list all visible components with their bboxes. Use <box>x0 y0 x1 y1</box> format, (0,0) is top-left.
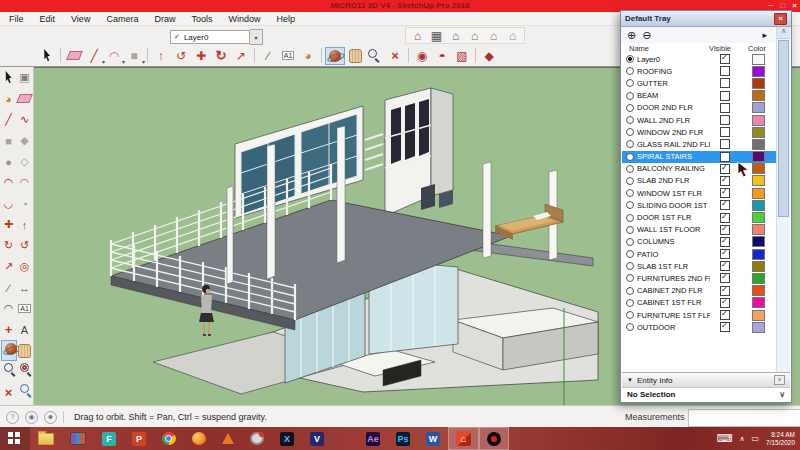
word-icon[interactable]: W <box>418 427 448 450</box>
layer-visible-checkbox[interactable] <box>720 225 730 235</box>
orbit-tool-icon[interactable] <box>1 340 17 361</box>
powerpoint-icon[interactable]: P <box>124 427 154 450</box>
layer-radio[interactable] <box>626 104 634 112</box>
layer-radio[interactable] <box>626 311 634 319</box>
layer-radio[interactable] <box>626 153 634 161</box>
layer-color-swatch[interactable] <box>752 261 765 272</box>
tray-close-icon[interactable]: × <box>774 13 787 25</box>
layer-visible-checkbox[interactable] <box>720 298 730 308</box>
WALL 1ST FLOOR[interactable]: WALL 1ST FLOOR <box>622 224 776 236</box>
tape-measure-icon[interactable]: ∕ <box>1 277 17 298</box>
extension-warehouse-icon[interactable]: ◆ <box>479 47 499 65</box>
layer-radio[interactable] <box>626 67 634 75</box>
menu-item[interactable]: File <box>9 14 24 24</box>
tray-scrollbar[interactable]: ∧ <box>776 27 790 372</box>
SPIRAL STAIRS[interactable]: SPIRAL STAIRS <box>622 151 776 163</box>
layer-radio[interactable] <box>626 189 634 197</box>
layer-color-swatch[interactable] <box>752 285 765 296</box>
3d-text-tool-icon[interactable]: A <box>17 319 33 340</box>
protractor-tool-icon[interactable]: ◠ <box>1 298 17 319</box>
text-tool-icon[interactable]: A1 <box>278 47 298 65</box>
layer-visible-checkbox[interactable] <box>720 115 730 125</box>
layer-visible-checkbox[interactable] <box>720 200 730 210</box>
layer-visible-checkbox[interactable] <box>720 152 730 162</box>
layer-visible-checkbox[interactable] <box>720 261 730 271</box>
layer-color-swatch[interactable] <box>752 212 765 223</box>
layer-color-swatch[interactable] <box>752 297 765 308</box>
layer-color-swatch[interactable] <box>752 224 765 235</box>
layer-radio[interactable] <box>626 128 634 136</box>
layer-radio[interactable] <box>626 214 634 222</box>
close-icon[interactable]: × <box>792 1 797 11</box>
tray-header[interactable]: Default Tray × <box>621 11 791 27</box>
axes-tool-icon[interactable]: + <box>1 319 17 340</box>
tape-measure-icon[interactable]: ∕ <box>258 47 278 65</box>
format-factory-icon[interactable]: F <box>94 427 124 450</box>
WALL 2ND FLR[interactable]: WALL 2ND FLR <box>622 114 776 126</box>
arc-tool-icon[interactable]: ◠ <box>104 47 124 65</box>
layer-color-swatch[interactable] <box>752 66 765 77</box>
add-location-icon[interactable]: ◉ <box>412 47 432 65</box>
make-component-icon[interactable]: ▣ <box>17 67 33 88</box>
layer-color-swatch[interactable] <box>752 151 765 162</box>
rotate-tool-icon[interactable]: ↻ <box>211 47 231 65</box>
layer-visible-checkbox[interactable] <box>720 127 730 137</box>
orbit-tool-icon[interactable] <box>325 47 345 65</box>
photoshop-icon[interactable]: Ps <box>388 427 418 450</box>
remove-layer-button[interactable]: ⊖ <box>642 29 651 42</box>
layer-radio[interactable] <box>626 201 634 209</box>
CABINET 1ST FLR[interactable]: CABINET 1ST FLR <box>622 297 776 309</box>
OUTDOOR[interactable]: OUTDOOR <box>622 321 776 333</box>
layer-radio[interactable] <box>626 250 634 258</box>
view-top-icon[interactable]: ▦ <box>427 28 446 43</box>
menu-item[interactable]: View <box>71 14 90 24</box>
layer-color-swatch[interactable] <box>752 90 765 101</box>
DOOR 2ND FLR[interactable]: DOOR 2ND FLR <box>622 102 776 114</box>
account-icon[interactable]: ☻ <box>44 411 57 424</box>
layer-color-swatch[interactable] <box>752 102 765 113</box>
eraser-tool-icon[interactable] <box>17 88 33 109</box>
layer-visible-checkbox[interactable] <box>720 286 730 296</box>
layer-radio[interactable] <box>626 262 634 270</box>
geolocation-icon[interactable]: ◉ <box>25 411 38 424</box>
start-button[interactable] <box>0 427 30 450</box>
rotate-tool-icon[interactable]: ↻ <box>1 235 17 256</box>
screen-recorder-icon[interactable] <box>479 427 509 450</box>
show-hidden-icons[interactable]: ∧ <box>739 435 744 443</box>
sketchup-icon[interactable]: ⌂ <box>448 427 479 450</box>
layer-color-swatch[interactable] <box>752 236 765 247</box>
layer-visible-checkbox[interactable] <box>720 164 730 174</box>
layer-radio[interactable] <box>626 55 634 63</box>
layer-color-swatch[interactable] <box>752 78 765 89</box>
Layer0[interactable]: Layer0 <box>622 53 776 65</box>
measurements-input[interactable] <box>688 409 800 427</box>
layer-radio[interactable] <box>626 274 634 282</box>
freehand-tool-icon[interactable]: ∿ <box>17 109 33 130</box>
entity-info-header[interactable]: ▼ Entity Info x <box>622 373 790 388</box>
winrar-icon[interactable] <box>62 427 94 450</box>
menu-item[interactable]: Help <box>276 14 295 24</box>
zoom-tool-icon[interactable] <box>1 361 17 382</box>
add-layer-button[interactable]: ⊕ <box>627 29 636 42</box>
zoom-tool-icon[interactable] <box>365 47 385 65</box>
layer-visible-checkbox[interactable] <box>720 139 730 149</box>
recorder-ring-icon[interactable] <box>242 427 272 450</box>
fl-studio-icon[interactable] <box>184 427 214 450</box>
layer-radio[interactable] <box>626 323 634 331</box>
network-icon[interactable]: ▭ <box>752 434 760 443</box>
layer-radio[interactable] <box>626 140 634 148</box>
menu-item[interactable]: Camera <box>106 14 138 24</box>
layer-visible-checkbox[interactable] <box>720 66 730 76</box>
rotated-rectangle-tool-icon[interactable]: ◆ <box>17 130 33 151</box>
circle-tool-icon[interactable]: ● <box>1 151 17 172</box>
layer-visible-checkbox[interactable] <box>720 91 730 101</box>
pie-tool-icon[interactable]: ◔ <box>17 193 33 214</box>
three-point-arc-tool-icon[interactable]: ◡ <box>1 193 17 214</box>
layer-radio[interactable] <box>626 287 634 295</box>
pan-tool-icon[interactable] <box>17 340 33 361</box>
layer-color-swatch[interactable] <box>752 200 765 211</box>
layer-radio[interactable] <box>626 299 634 307</box>
text-tool-icon[interactable]: A1 <box>17 298 33 319</box>
COLUMNS[interactable]: COLUMNS <box>622 236 776 248</box>
layer-color-swatch[interactable] <box>752 310 765 321</box>
